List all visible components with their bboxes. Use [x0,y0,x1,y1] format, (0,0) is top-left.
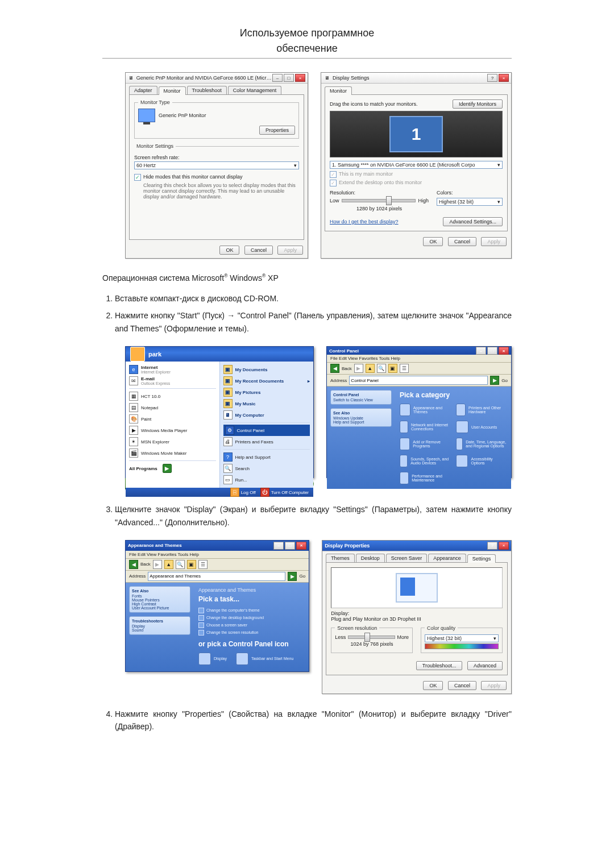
back-label[interactable]: Back [342,366,352,371]
tab-troubleshoot[interactable]: Troubleshoot [187,86,227,94]
sm-item[interactable]: ▤Notepad [129,402,216,413]
slider-thumb[interactable] [364,633,370,642]
tab-themes[interactable]: Themes [326,554,355,562]
colors-combo[interactable]: Highest (32 bit) ▾ [437,198,503,206]
search-icon[interactable]: 🔍 [377,364,386,373]
sm-item[interactable]: ▦HCT 10.0 [129,391,216,402]
sm-item-email[interactable]: ✉ E-mail Outlook Express [129,375,216,387]
advanced-button[interactable]: Advanced [467,661,503,670]
maximize-button[interactable]: □ [487,347,497,355]
maximize-button[interactable]: □ [284,74,294,82]
side-link[interactable]: User Account Picture [132,606,188,610]
cat-date-time[interactable]: Date, Time, Language, and Regional Optio… [456,438,507,450]
color-quality-combo[interactable]: Highest (32 bit) ▾ [425,634,499,642]
tab-settings[interactable]: Settings [467,554,496,563]
go-button[interactable]: ▶ [288,572,297,581]
up-icon[interactable]: ▲ [164,560,173,569]
all-programs[interactable]: All Programs ▶ [129,463,216,474]
cancel-button[interactable]: Cancel [244,246,273,255]
task-link[interactable]: Change the desktop background [198,615,304,621]
cp-icon-taskbar[interactable]: Taskbar and Start Menu [236,653,293,665]
switch-classic-view-link[interactable]: Switch to Classic View [333,398,389,402]
cat-printers[interactable]: Printers and Other Hardware [456,404,507,416]
go-button[interactable]: ▶ [490,376,499,385]
folders-icon[interactable]: ▣ [187,560,196,569]
tab-desktop[interactable]: Desktop [356,554,385,562]
back-icon[interactable]: ◀ [129,560,138,569]
sm-item[interactable]: ▣My Music [223,398,310,409]
maximize-button[interactable]: □ [285,542,295,550]
side-link[interactable]: Display [132,624,188,628]
folders-icon[interactable]: ▣ [388,364,397,373]
cat-network[interactable]: Network and Internet Connections [400,421,450,433]
side-link[interactable]: Sound [132,628,188,632]
cat-sounds[interactable]: Sounds, Speech, and Audio Devices [400,455,450,467]
close-button[interactable]: × [499,347,509,355]
close-button[interactable]: × [295,74,305,82]
menu-bar[interactable]: File Edit View Favorites Tools Help [126,551,309,559]
views-icon[interactable]: ☰ [400,364,409,373]
help-button[interactable]: ? [487,74,497,82]
sm-control-panel[interactable]: ⚙Control Panel [223,425,310,436]
sm-item[interactable]: ✶MSN Explorer [129,436,216,447]
best-display-link[interactable]: How do I get the best display? [330,219,399,225]
task-link[interactable]: Change the screen resolution [198,630,304,636]
task-link[interactable]: Choose a screen saver [198,622,304,628]
minimize-button[interactable]: – [273,542,284,550]
help-button[interactable]: ? [487,542,497,550]
tab-color-management[interactable]: Color Management [228,86,282,94]
sm-item-internet[interactable]: e Internet Internet Explorer [129,364,216,375]
display-dropdown[interactable]: 1. Samsung **** on NVIDIA GeForce 6600 L… [330,161,503,169]
cp-icon-display[interactable]: Display [198,653,227,665]
side-link[interactable]: Windows Update [333,416,389,420]
address-input[interactable] [349,376,488,385]
minimize-button[interactable]: – [476,347,486,355]
cancel-button[interactable]: Cancel [448,681,476,690]
monitor-arrangement-area[interactable]: 1 [330,111,503,157]
troubleshoot-button[interactable]: Troubleshoot... [416,661,463,670]
apply-button[interactable]: Apply [481,681,507,690]
tab-monitor[interactable]: Monitor [159,86,186,95]
side-link[interactable]: High Contrast [132,602,188,606]
back-label[interactable]: Back [140,562,151,567]
cat-add-remove[interactable]: Add or Remove Programs [400,438,450,450]
slider-thumb[interactable] [386,196,392,205]
sm-item[interactable]: ▭Run... [223,474,310,485]
sm-item[interactable]: ▣My Recent Documents▸ [223,375,310,387]
resolution-slider[interactable] [342,199,416,202]
address-input[interactable] [148,572,285,581]
views-icon[interactable]: ☰ [198,560,208,569]
sm-item[interactable]: 🔍Search [223,463,310,474]
close-button[interactable]: × [499,542,509,550]
side-link[interactable]: Mouse Pointers [132,598,188,602]
cancel-button[interactable]: Cancel [448,237,476,246]
menu-bar[interactable]: File Edit View Favorites Tools Help [327,355,511,363]
sm-item[interactable]: 🎨Paint [129,413,216,425]
close-button[interactable]: × [499,74,509,82]
side-link[interactable]: Fonts [132,594,188,598]
apply-button[interactable]: Apply [277,246,303,255]
sm-item[interactable]: 🎬Windows Movie Maker [129,447,216,459]
sm-item[interactable]: 🖨Printers and Faxes [223,436,310,447]
close-button[interactable]: × [296,542,306,550]
apply-button[interactable]: Apply [481,237,507,246]
hide-modes-checkbox[interactable]: ✓ Hide modes that this monitor cannot di… [134,174,299,181]
sm-item[interactable]: 🖥My Computer [223,409,310,421]
side-link[interactable]: Help and Support [333,420,389,424]
resolution-slider[interactable] [348,636,395,639]
logoff-button[interactable]: ⍈Log Off [230,488,256,497]
tab-adapter[interactable]: Adapter [129,86,157,94]
tab-monitor[interactable]: Monitor [325,86,352,95]
task-link[interactable]: Change the computer's theme [198,608,304,613]
search-icon[interactable]: 🔍 [176,560,185,569]
up-icon[interactable]: ▲ [366,364,375,373]
identify-monitors-button[interactable]: Identify Monitors [453,99,503,109]
cat-performance[interactable]: Performance and Maintenance [400,472,450,484]
cat-users[interactable]: User Accounts [456,421,507,433]
sm-item[interactable]: ▣My Pictures [223,387,310,398]
cat-accessibility[interactable]: Accessibility Options [456,455,507,467]
turnoff-button[interactable]: ⏻Turn Off Computer [260,488,309,497]
ok-button[interactable]: OK [423,237,443,246]
advanced-settings-button[interactable]: Advanced Settings... [443,217,503,226]
tab-screensaver[interactable]: Screen Saver [386,554,428,562]
